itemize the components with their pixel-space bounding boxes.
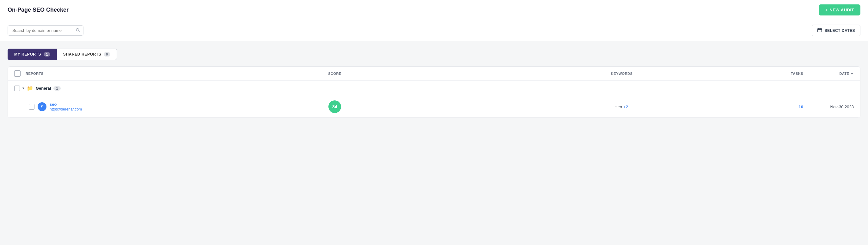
- select-dates-button[interactable]: SELECT DATES: [812, 25, 860, 36]
- content-area: MY REPORTS 1 SHARED REPORTS 0 REPORTS SC…: [0, 41, 868, 126]
- group-general: ▾ 📁 General 1 S seo https://serenaf.c: [8, 81, 860, 118]
- toolbar: SELECT DATES: [0, 20, 868, 41]
- select-all-checkbox[interactable]: [14, 70, 21, 77]
- tab-my-reports-badge: 1: [43, 52, 50, 57]
- report-info: seo https://serenaf.com: [50, 102, 82, 111]
- page-title: On-Page SEO Checker: [8, 7, 69, 13]
- group-label: General: [36, 86, 51, 91]
- plus-icon: +: [825, 8, 828, 12]
- tasks-cell: 10: [765, 105, 803, 109]
- svg-rect-2: [817, 28, 822, 32]
- avatar: S: [38, 102, 46, 111]
- chevron-down-icon[interactable]: ▾: [23, 86, 24, 90]
- report-url-link[interactable]: https://serenaf.com: [50, 107, 82, 111]
- tab-shared-reports[interactable]: SHARED REPORTS 0: [57, 48, 117, 60]
- score-badge: 84: [329, 100, 341, 113]
- new-audit-label: NEW AUDIT: [830, 8, 854, 12]
- select-dates-label: SELECT DATES: [825, 28, 855, 33]
- keywords-text: seo: [615, 105, 622, 109]
- search-input[interactable]: [8, 25, 84, 36]
- new-audit-button[interactable]: + NEW AUDIT: [819, 4, 860, 15]
- table-row: S seo https://serenaf.com 84 seo +2 10: [8, 96, 860, 117]
- keywords-cell: seo +2: [478, 105, 765, 109]
- group-count-badge: 1: [54, 86, 60, 91]
- group-checkbox[interactable]: [14, 85, 20, 91]
- report-name-link[interactable]: seo: [50, 102, 82, 107]
- score-cell: 84: [191, 100, 478, 113]
- group-name-cell: ▾ 📁 General 1: [14, 85, 191, 91]
- table-header: REPORTS SCORE KEYWORDS TASKS DATE ▼: [8, 67, 860, 81]
- th-keywords: KEYWORDS: [478, 70, 765, 77]
- report-name-cell: S seo https://serenaf.com: [14, 102, 191, 111]
- tabs-row: MY REPORTS 1 SHARED REPORTS 0: [8, 48, 860, 60]
- th-score: SCORE: [191, 70, 478, 77]
- top-bar: On-Page SEO Checker + NEW AUDIT: [0, 0, 868, 20]
- group-row: ▾ 📁 General 1: [8, 81, 860, 96]
- th-tasks: TASKS: [765, 70, 803, 77]
- report-checkbox[interactable]: [29, 104, 34, 110]
- tasks-value[interactable]: 10: [799, 105, 803, 109]
- tab-shared-reports-badge: 0: [104, 52, 110, 57]
- search-wrapper: [8, 25, 84, 36]
- reports-table: REPORTS SCORE KEYWORDS TASKS DATE ▼ ▾: [8, 66, 860, 118]
- th-date: DATE ▼: [803, 70, 854, 77]
- date-cell: Nov-30 2023: [803, 105, 854, 109]
- date-value: Nov-30 2023: [830, 105, 854, 109]
- tab-my-reports[interactable]: MY REPORTS 1: [8, 48, 57, 60]
- tab-my-reports-label: MY REPORTS: [14, 52, 41, 57]
- keywords-extra: +2: [623, 105, 628, 109]
- th-reports: REPORTS: [14, 70, 191, 77]
- folder-icon: 📁: [27, 85, 33, 91]
- calendar-icon: [817, 28, 822, 33]
- date-sort-icon[interactable]: ▼: [850, 72, 854, 75]
- tab-shared-reports-label: SHARED REPORTS: [63, 52, 101, 57]
